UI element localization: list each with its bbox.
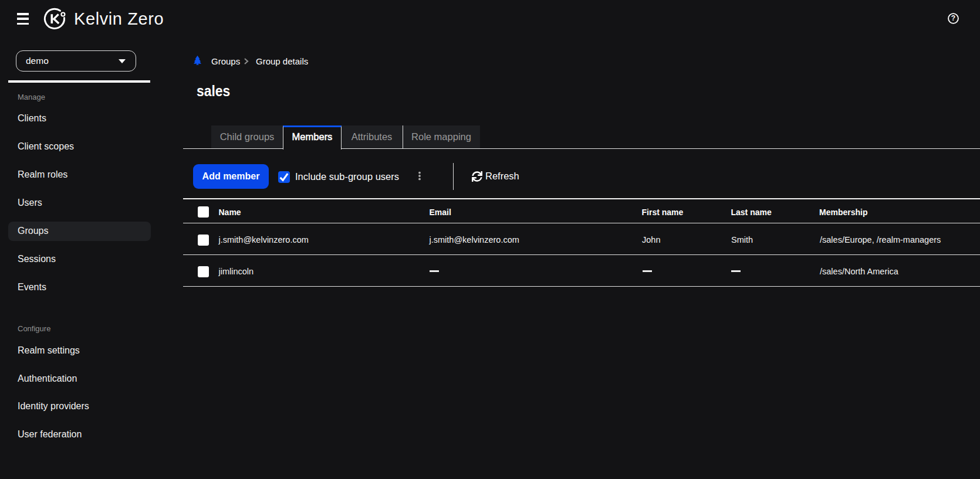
svg-text:?: ?	[951, 14, 955, 22]
